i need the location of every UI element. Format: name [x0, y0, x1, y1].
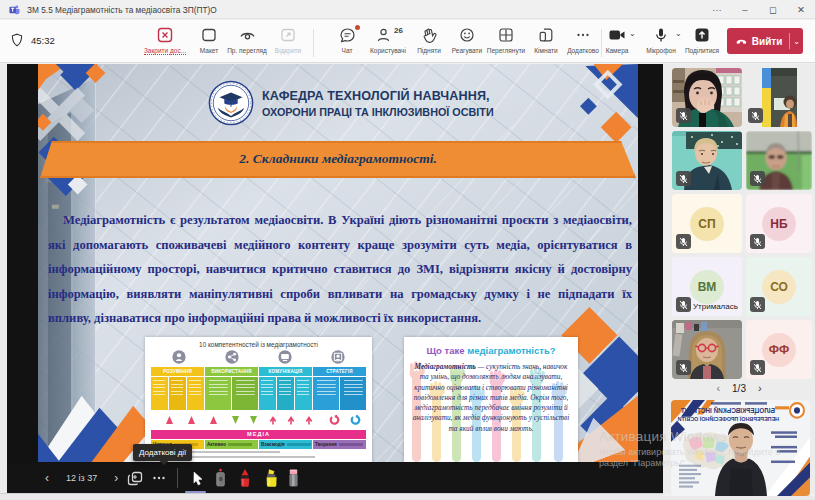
infographic-cell [259, 377, 276, 410]
understanding-icon [172, 350, 186, 364]
participant-tile-so[interactable]: СО [746, 257, 812, 316]
what-title-part2: медіаграмотність? [465, 345, 556, 356]
mic-off-glyph [753, 363, 762, 373]
toolbar-icon-wrap [157, 25, 173, 45]
video-feed: БІЛОЦЕРКІВСЬКИЙ ІНСТИТУТ НЕПЕРЕРВНОЇ ПРО… [671, 400, 810, 496]
next-slide-button[interactable]: › [114, 471, 118, 485]
slide-banner-title: 2. Складники медіаграмотності. [38, 151, 638, 167]
leave-label: Вийти [752, 36, 783, 47]
laser-tool-button[interactable] [208, 465, 232, 491]
toolbar-button-label: Реагувати [452, 47, 482, 54]
infographic-title: 10 компетентностей із медіаграмотності [145, 341, 372, 348]
mic-chevron-icon[interactable]: ⌄ [675, 29, 682, 38]
segment-text-strip [339, 443, 363, 446]
slide-paragraph-line: впливу, дізнаватися про інформаційні пра… [48, 306, 632, 331]
column-communication: КОМУНІКАЦІЯ [259, 367, 312, 376]
infographic-cell-group [259, 377, 312, 410]
usage-icon [225, 350, 239, 364]
slide[interactable]: КАФЕДРА ТЕХНОЛОГІЙ НАВЧАННЯ, ОХОРОНИ ПРА… [38, 64, 638, 462]
bottom-row-word: Творення [315, 442, 337, 447]
eraser-icon [287, 468, 300, 488]
window-bottom-edge-right [663, 496, 815, 500]
cursor-icon [190, 470, 205, 487]
infographic-cell-group [313, 377, 366, 410]
communication-icon [278, 350, 292, 364]
toolbar-button-label: Кімнати [534, 47, 557, 54]
participant-tile-vm[interactable]: ВМ Утрималась [672, 257, 742, 316]
what-text-lead: Медіаграмотність [415, 362, 476, 371]
toolbar-button-label: Поділитися [685, 47, 719, 54]
open-button[interactable]: Відкрити [262, 25, 314, 54]
slide-navigation: ‹ 12 із 37 › [45, 463, 118, 493]
toolbar-button-label: Мікрофон [646, 47, 676, 54]
column-understanding: РОЗУМІННЯ [151, 367, 204, 376]
toolbar-button-label: Підняти [417, 47, 441, 54]
mic-muted-icon [676, 234, 691, 249]
toolbar-icon-wrap [575, 25, 591, 45]
chat-notification-dot [355, 25, 360, 30]
infographic-header-row: РОЗУМІННЯ ВИКОРИСТАННЯ КОМУНІКАЦІЯ СТРАТ… [151, 367, 366, 376]
avatar: ВМ [690, 270, 724, 304]
toolbar-icon-wrap [694, 25, 710, 45]
leave-button[interactable]: Вийти ⌄ [727, 28, 803, 54]
window-title: ЗМ 5.5 Медіаграмотність та медіаосвіта З… [27, 5, 217, 15]
infographic-cell [169, 377, 186, 410]
toolbar-icon-wrap [538, 25, 554, 45]
toolbar-button-label: Чат [342, 47, 353, 54]
mic-off-glyph [753, 237, 762, 247]
highlighter-tool-button[interactable] [259, 465, 283, 491]
window-controls: ··· – ◻ ✕ [703, 0, 815, 19]
infographic-icons-row [153, 350, 364, 364]
slide-grid-button[interactable] [123, 465, 147, 491]
window-more-button[interactable]: ··· [703, 0, 731, 19]
pagination-next-button[interactable]: › [758, 382, 762, 394]
window-bottom-edge [0, 493, 663, 500]
prev-slide-button[interactable]: ‹ [45, 471, 49, 485]
pagination-indicator: 1/3 [732, 383, 746, 394]
leave-chevron-icon[interactable]: ⌄ [790, 37, 803, 46]
toolbar-icon-wrap [459, 25, 475, 45]
participant-tile-sp[interactable]: СП [672, 194, 742, 253]
department-logo [208, 80, 254, 126]
mic-off-glyph [753, 300, 762, 310]
participant-tile-ff[interactable]: ФФ [746, 320, 812, 379]
participant-video-portrait-flag[interactable] [746, 68, 812, 127]
window-minimize-button[interactable]: – [731, 0, 759, 19]
slide-header-text: КАФЕДРА ТЕХНОЛОГІЙ НАВЧАННЯ, ОХОРОНИ ПРА… [262, 89, 494, 118]
pop-out-icon [280, 27, 296, 43]
infographic-cell [187, 377, 204, 410]
more-actions-tooltip: Додаткові дії [133, 444, 192, 461]
meeting-timer: 45:32 [31, 35, 55, 46]
slide-header-line1: КАФЕДРА ТЕХНОЛОГІЙ НАВЧАННЯ, [262, 89, 494, 103]
media-bar: МЕДІА [151, 430, 366, 439]
share-button[interactable]: Поділитися [678, 25, 726, 54]
participant-tile-nb[interactable]: НБ [746, 194, 812, 253]
mirrored-institute-line1: БІЛОЦЕРКІВСЬКИЙ ІНСТИТУТ [681, 406, 775, 415]
toolbar-button-label: Відкрити [275, 47, 301, 54]
presenter-more-button[interactable] [147, 465, 171, 491]
ellipsis-icon [575, 27, 591, 43]
window-maximize-button[interactable]: ◻ [759, 0, 787, 19]
window-close-button[interactable]: ✕ [787, 0, 815, 19]
participant-video-blond-man[interactable] [672, 131, 742, 190]
avatar: ФФ [762, 333, 796, 367]
pagination-prev-button[interactable]: ‹ [716, 382, 720, 394]
mirrored-institute-line2: НЕПЕРЕРВНОЇ ПРОФЕСІЙНОЇ ОСВІТИ [678, 415, 779, 422]
participant-video-woman-red-glasses[interactable] [672, 320, 742, 379]
presenter-video-man-banner[interactable]: БІЛОЦЕРКІВСЬКИЙ ІНСТИТУТ НЕПЕРЕРВНОЇ ПРО… [671, 400, 810, 496]
cursor-tool-button[interactable] [185, 465, 209, 491]
hang-up-icon [735, 33, 748, 49]
person-icon [376, 27, 391, 43]
infographic-cell [277, 377, 294, 410]
eraser-tool-button[interactable] [281, 465, 305, 491]
avatar: НБ [762, 207, 796, 241]
participant-video-woman-hand[interactable] [672, 68, 742, 127]
participant-video-man-green-room[interactable] [746, 131, 812, 190]
mic-muted-icon [748, 108, 763, 123]
participants-panel: СП НБ ВМ Утрималась СО [663, 64, 815, 493]
avatar: СО [762, 270, 796, 304]
pen-tool-button[interactable] [233, 465, 257, 491]
what-card-text: Медіаграмотність — сукупність знань, нав… [410, 362, 572, 434]
meeting-toolbar: 45:32 Закрити дос... Макет [0, 20, 815, 63]
camera-chevron-icon[interactable]: ⌄ [629, 29, 636, 38]
